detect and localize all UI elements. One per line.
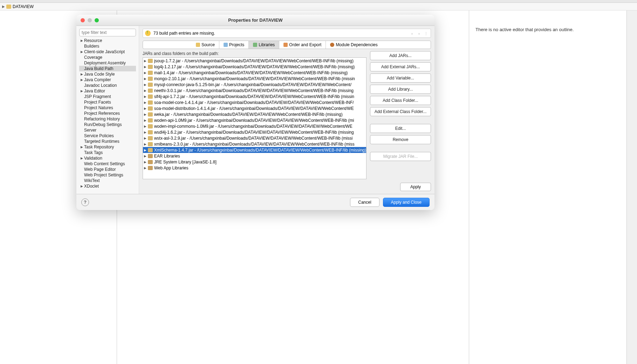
sidebar-item-label: Client-side JavaScript [83,49,125,54]
chevron-right-icon: ▶ [80,156,83,160]
jar-row[interactable]: ▶soa-model-core-1.4.1.4.jar - /Users/cha… [143,99,366,105]
sidebar-item-jsp-fragment[interactable]: ▶JSP Fragment [79,94,136,99]
jar-icon [148,83,153,87]
apply-button[interactable]: Apply [400,183,431,191]
tab-source[interactable]: Source [192,41,219,49]
jar-label: woden-api-1.0M9.jar - /Users/changxinbai… [154,118,354,123]
jar-row[interactable]: ▶woden-api-1.0M9.jar - /Users/changxinba… [143,117,366,123]
build-path-tabs: SourceProjectsLibrariesOrder and ExportM… [143,41,431,49]
tab-module-dependencies[interactable]: Module Dependencies [326,41,382,49]
sidebar-item-project-facets[interactable]: ▶Project Facets [79,99,136,105]
jar-label: EAR Libraries [154,154,180,159]
chevron-right-icon: ▶ [143,119,148,122]
jar-row[interactable]: ▶wstx-asl-3.2.9.jar - /Users/changxinbai… [143,135,366,141]
alert-text: 73 build path entries are missing. [153,31,215,36]
sidebar-item-targeted-runtimes[interactable]: ▶Targeted Runtimes [79,139,136,144]
jar-row[interactable]: ▶XmlSchema-1.4.7.jar - /Users/changxinba… [143,147,366,153]
sidebar-item-builders[interactable]: ▶Builders [79,43,136,49]
help-icon[interactable]: ? [81,198,89,206]
jar-icon [148,59,153,63]
sidebar-item-task-tags[interactable]: ▶Task Tags [79,150,136,155]
jar-row[interactable]: ▶mongo-2.10.1.jar - /Users/changxinbai/D… [143,76,366,82]
chevron-right-icon: ▶ [143,65,148,69]
jar-label: woden-impl-commons-1.0M9.jar - /Users/ch… [154,124,352,129]
tab-libraries[interactable]: Libraries [249,41,279,49]
sidebar-item-java-editor[interactable]: ▶Java Editor [79,88,136,94]
jar-row[interactable]: ▶jsoup-1.7.2.jar - /Users/changxinbai/Do… [143,58,366,64]
jar-row[interactable]: ▶soa-model-distribution-1.4.1.4.jar - /U… [143,105,366,111]
jar-icon [148,100,153,105]
jar-label: JRE System Library [JavaSE-1.8] [154,160,217,164]
chevron-right-icon: ▶ [143,95,148,98]
jar-row[interactable]: ▶neethi-3.0.1.jar - /Users/changxinbai/D… [143,88,366,93]
add-jars-button[interactable]: Add JARs... [370,51,431,60]
sidebar-item-java-build-path[interactable]: ▶Java Build Path [79,66,136,71]
tab-order-and-export[interactable]: Order and Export [279,41,326,49]
tab-label: Order and Export [289,42,321,47]
jar-row[interactable]: ▶Web App Libraries [143,165,366,171]
jar-list[interactable]: ▶jsoup-1.7.2.jar - /Users/changxinbai/Do… [143,57,367,179]
cancel-button[interactable]: Cancel [350,198,379,207]
library-icon [148,166,153,170]
sidebar-item-task-repository[interactable]: ▶Task Repository [79,144,136,150]
chevron-right-icon: ▶ [80,78,83,82]
apply-and-close-button[interactable]: Apply and Close [383,198,430,207]
sidebar-item-xdoclet[interactable]: ▶XDoclet [79,183,136,189]
sidebar-item-coverage[interactable]: ▶Coverage [79,55,136,60]
nav-back-icon[interactable]: ⬨ [410,31,415,36]
jar-row[interactable]: ▶log4j-1.2.17.jar - /Users/changxinbai/D… [143,64,366,70]
sidebar-item-project-natures[interactable]: ▶Project Natures [79,105,136,111]
add-variable-button[interactable]: Add Variable... [370,74,431,83]
jar-row[interactable]: ▶EAR Libraries [143,153,366,159]
chevron-right-icon: ▶ [143,107,148,110]
jar-row[interactable]: ▶weka.jar - /Users/changxinbai/Downloads… [143,111,366,117]
edit-button[interactable]: Edit... [370,124,431,133]
jar-label: Web App Libraries [154,166,189,170]
nav-menu-icon[interactable]: ⋮ [424,31,429,36]
outline-panel: There is no active editor that provides … [469,10,637,364]
jar-row[interactable]: ▶JRE System Library [JavaSE-1.8] [143,159,366,165]
jar-row[interactable]: ▶wsdl4j-1.6.2.jar - /Users/changxinbai/D… [143,129,366,135]
nav-forward-icon[interactable]: ⬨ [417,31,422,36]
sidebar-item-label: Project Facets [83,100,111,105]
add-library-button[interactable]: Add Library... [370,85,431,94]
sidebar-item-resource[interactable]: ▶Resource [79,38,136,43]
chevron-right-icon: ▶ [143,101,148,104]
sidebar-item-server[interactable]: ▶Server [79,127,136,133]
sidebar-item-java-compiler[interactable]: ▶Java Compiler [79,77,136,83]
jar-icon [148,94,153,99]
sidebar-item-refactoring-history[interactable]: ▶Refactoring History [79,116,136,122]
sidebar-item-web-page-editor[interactable]: ▶Web Page Editor [79,167,136,172]
ide-right-gutter [626,10,637,364]
jar-icon [148,142,153,146]
sidebar-item-web-content-settings[interactable]: ▶Web Content Settings [79,161,136,167]
jar-row[interactable]: ▶xmlbeans-2.3.0.jar - /Users/changxinbai… [143,141,366,147]
sidebar-item-project-references[interactable]: ▶Project References [79,111,136,116]
sidebar-item-label: Web Content Settings [83,161,125,166]
jar-row[interactable]: ▶mysql-connector-java-5.1.25-bin.jar - /… [143,82,366,88]
main-panel: 73 build path entries are missing. ⬨ ⬨ ⋮… [139,26,434,194]
sidebar-item-deployment-assembly[interactable]: ▶Deployment Assembly [79,60,136,66]
add-class-folder-button[interactable]: Add Class Folder... [370,96,431,105]
chevron-right-icon: ▶ [2,5,5,8]
sidebar-item-java-code-style[interactable]: ▶Java Code Style [79,71,136,77]
sidebar-item-run-debug-settings[interactable]: ▶Run/Debug Settings [79,122,136,127]
filter-input[interactable] [79,29,136,36]
dialog-titlebar[interactable]: Properties for DATAVIEW [76,15,434,26]
order-icon [283,43,288,47]
sidebar-item-client-side-javascript[interactable]: ▶Client-side JavaScript [79,49,136,55]
jar-row[interactable]: ▶slf4j-api-1.7.2.jar - /Users/changxinba… [143,93,366,99]
tab-projects[interactable]: Projects [219,41,249,49]
project-explorer-row[interactable]: ▶ DATAVIEW [0,3,637,10]
jar-label: soa-model-core-1.4.1.4.jar - /Users/chan… [154,100,354,105]
sidebar-item-web-project-settings[interactable]: ▶Web Project Settings [79,172,136,178]
add-external-class-folder-button[interactable]: Add External Class Folder... [370,107,431,116]
remove-button[interactable]: Remove [370,135,431,144]
add-external-jars-button[interactable]: Add External JARs... [370,62,431,71]
jar-row[interactable]: ▶mail-1.4.jar - /Users/changxinbai/Downl… [143,70,366,76]
sidebar-item-service-policies[interactable]: ▶Service Policies [79,133,136,139]
sidebar-item-validation[interactable]: ▶Validation [79,155,136,161]
sidebar-item-javadoc-location[interactable]: ▶Javadoc Location [79,83,136,88]
jar-row[interactable]: ▶woden-impl-commons-1.0M9.jar - /Users/c… [143,123,366,129]
sidebar-item-wikitext[interactable]: ▶WikiText [79,178,136,183]
